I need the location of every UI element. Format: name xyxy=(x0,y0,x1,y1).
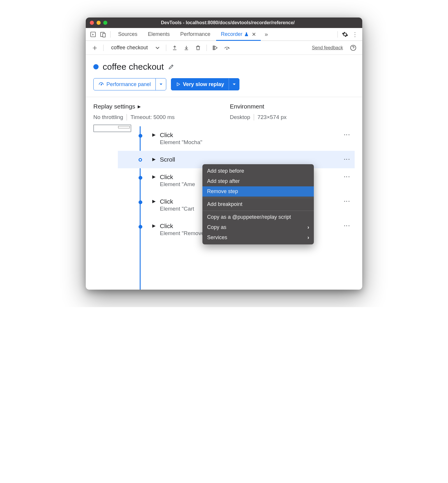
separator xyxy=(337,31,338,38)
add-recording-icon[interactable]: ＋ xyxy=(90,43,100,53)
kebab-icon[interactable]: ⋮ xyxy=(351,30,359,39)
dropdown-toggle[interactable] xyxy=(229,78,239,90)
maximize-window-icon[interactable] xyxy=(103,21,107,25)
import-icon[interactable] xyxy=(181,43,191,53)
gear-icon[interactable] xyxy=(341,30,349,39)
dimensions-value: 723×574 px xyxy=(258,114,287,120)
timeline-dot-icon xyxy=(139,200,142,204)
chevron-right-icon: ▸ xyxy=(138,103,141,110)
step-icon[interactable] xyxy=(210,43,220,53)
play-icon xyxy=(176,82,181,87)
menu-item-remove[interactable]: Remove step xyxy=(202,186,314,197)
replay-button[interactable]: Very slow replay xyxy=(171,78,239,90)
menu-item-add-before[interactable]: Add step before xyxy=(202,166,314,176)
recorder-toolbar: ＋ coffee checkout Send feedback xyxy=(86,41,362,55)
environment-label: Environment xyxy=(230,103,355,110)
settings-label: Replay settings xyxy=(93,103,135,110)
minimize-window-icon[interactable] xyxy=(97,21,101,25)
chevron-right-icon: › xyxy=(307,235,309,241)
menu-label: Add step before xyxy=(207,168,244,174)
svg-rect-2 xyxy=(103,33,105,37)
recording-selector[interactable]: coffee checkout xyxy=(107,45,151,51)
step-menu-icon[interactable]: ⋮ xyxy=(346,132,348,137)
status-dot-icon xyxy=(93,64,99,69)
menu-label: Add step after xyxy=(207,178,240,184)
inspect-icon[interactable] xyxy=(89,30,97,39)
step-over-icon[interactable] xyxy=(222,43,232,53)
menu-item-copy-as[interactable]: Copy as› xyxy=(202,222,314,232)
step-subtitle: Element "Mocha" xyxy=(160,139,346,146)
close-tab-icon[interactable]: ✕ xyxy=(252,31,256,38)
menu-item-services[interactable]: Services› xyxy=(202,232,314,243)
dropdown-toggle[interactable] xyxy=(155,78,166,90)
chevron-right-icon: › xyxy=(307,224,309,230)
titlebar: DevTools - localhost:8080/docs/devtools/… xyxy=(86,18,362,28)
close-window-icon[interactable] xyxy=(90,21,94,25)
expand-icon[interactable]: ▶ xyxy=(152,223,156,228)
menu-label: Add breakpoint xyxy=(207,201,242,207)
timeline-dot-icon xyxy=(139,158,142,162)
timeline-dot-icon xyxy=(139,176,142,180)
step-title: Click xyxy=(160,132,346,139)
tab-performance[interactable]: Performance xyxy=(176,28,215,41)
tab-label: Sources xyxy=(118,31,137,37)
more-tabs-icon[interactable]: » xyxy=(262,30,271,39)
tab-label: Performance xyxy=(180,31,210,37)
menu-label: Copy as a @puppeteer/replay script xyxy=(207,214,291,220)
tab-elements[interactable]: Elements xyxy=(143,28,174,41)
separator xyxy=(254,114,254,120)
replay-settings-toggle[interactable]: Replay settings ▸ xyxy=(93,103,218,110)
menu-separator xyxy=(202,211,314,211)
step-menu-icon[interactable]: ⋮ xyxy=(346,174,348,179)
delete-icon[interactable] xyxy=(193,43,203,53)
menu-item-breakpoint[interactable]: Add breakpoint xyxy=(202,199,314,209)
performance-panel-button[interactable]: Performance panel xyxy=(93,78,166,90)
timeline-dot-icon xyxy=(139,134,142,138)
menu-separator xyxy=(202,198,314,198)
tab-label: Elements xyxy=(148,31,170,37)
tab-recorder[interactable]: Recorder ✕ xyxy=(216,28,261,41)
svg-rect-3 xyxy=(213,46,214,50)
timeout-value: Timeout: 5000 ms xyxy=(130,114,174,120)
button-label: Performance panel xyxy=(106,81,151,88)
step-item[interactable]: ▶ Click Element "Mocha" ⋮ xyxy=(144,126,355,151)
svg-point-4 xyxy=(227,48,228,49)
device-toolbar-icon[interactable] xyxy=(99,30,107,39)
gauge-icon xyxy=(98,81,104,87)
tab-label: Recorder xyxy=(221,31,242,37)
panel-tabs: Sources Elements Performance Recorder ✕ … xyxy=(86,28,362,41)
flask-icon xyxy=(244,32,249,37)
step-menu-icon[interactable]: ⋮ xyxy=(346,223,348,228)
help-icon[interactable] xyxy=(348,43,358,53)
export-icon[interactable] xyxy=(170,43,180,53)
separator xyxy=(110,31,111,38)
edit-icon[interactable] xyxy=(168,64,174,70)
menu-label: Copy as xyxy=(207,224,226,230)
recording-name: coffee checkout xyxy=(111,45,148,50)
expand-icon[interactable]: ▶ xyxy=(152,132,156,137)
context-menu: Add step before Add step after Remove st… xyxy=(202,164,314,244)
expand-icon[interactable]: ▶ xyxy=(152,157,156,162)
menu-item-copy-replay[interactable]: Copy as a @puppeteer/replay script xyxy=(202,212,314,222)
recording-header: coffee checkout Performance panel Very s… xyxy=(86,55,362,97)
screenshot-thumb[interactable] xyxy=(93,125,131,132)
step-menu-icon[interactable]: ⋮ xyxy=(346,198,348,204)
separator xyxy=(166,45,166,51)
expand-icon[interactable]: ▶ xyxy=(152,199,156,204)
steps-timeline: ▶ Click Element "Mocha" ⋮ ▶ Scroll ⋮ ▶ C… xyxy=(86,126,362,290)
traffic-lights xyxy=(90,21,107,25)
step-menu-icon[interactable]: ⋮ xyxy=(346,156,348,162)
separator xyxy=(206,45,207,51)
chevron-down-icon[interactable] xyxy=(153,43,162,53)
send-feedback-link[interactable]: Send feedback xyxy=(312,45,343,50)
menu-item-add-after[interactable]: Add step after xyxy=(202,176,314,186)
tab-sources[interactable]: Sources xyxy=(113,28,142,41)
device-value: Desktop xyxy=(230,114,250,120)
separator xyxy=(127,114,127,120)
throttling-value: No throttling xyxy=(93,114,123,120)
separator xyxy=(103,45,104,51)
expand-icon[interactable]: ▶ xyxy=(152,174,156,179)
replay-settings-row: Replay settings ▸ No throttling Timeout:… xyxy=(86,97,362,126)
window-title: DevTools - localhost:8080/docs/devtools/… xyxy=(112,20,358,25)
devtools-window: DevTools - localhost:8080/docs/devtools/… xyxy=(86,18,362,290)
